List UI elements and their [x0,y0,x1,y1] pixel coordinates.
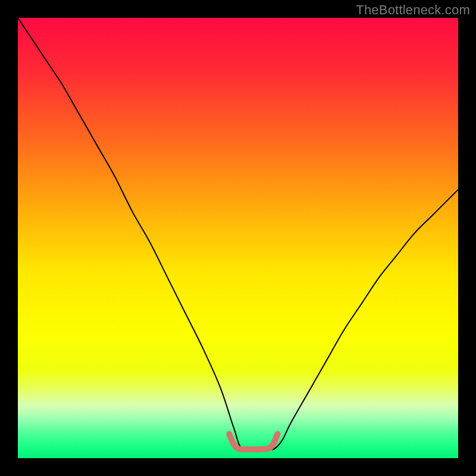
watermark-label: TheBottleneck.com [356,2,470,18]
plot-area [18,18,458,458]
series-bottleneck-curve [18,18,458,451]
chart-svg [18,18,458,458]
chart-frame: TheBottleneck.com [0,0,476,476]
